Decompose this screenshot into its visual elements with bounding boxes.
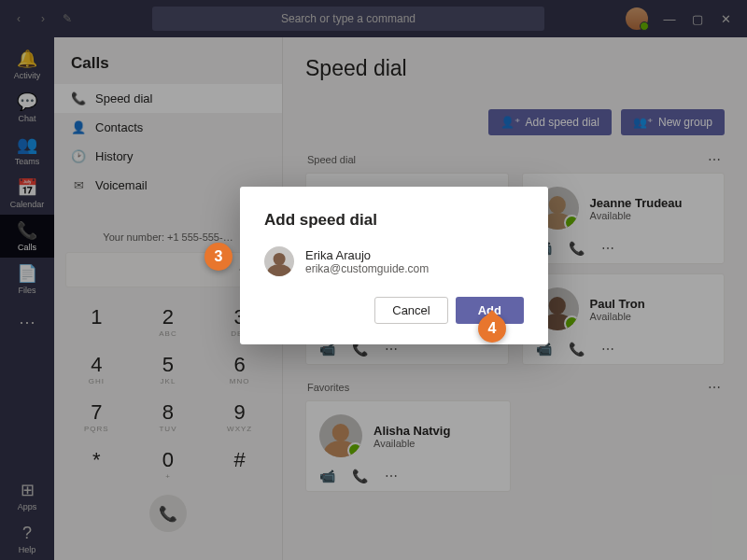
tutorial-callout-3: 3	[204, 243, 233, 271]
selected-person[interactable]: Erika Araujo erika@customguide.com	[264, 246, 524, 276]
avatar	[264, 246, 294, 276]
cancel-button[interactable]: Cancel	[374, 297, 447, 324]
person-name: Erika Araujo	[305, 248, 429, 262]
person-email: erika@customguide.com	[305, 262, 429, 275]
modal-title: Add speed dial	[264, 211, 524, 230]
tutorial-callout-4: 4	[478, 315, 506, 343]
